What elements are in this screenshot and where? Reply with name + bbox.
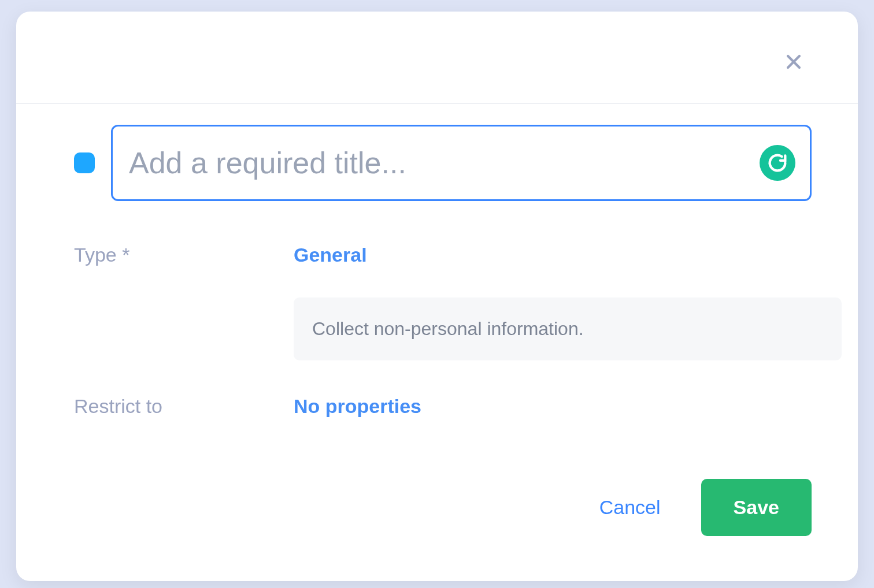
restrict-field-row: Restrict to No properties [74,393,812,418]
close-icon [784,52,803,72]
cancel-button[interactable]: Cancel [595,489,665,526]
modal-header [16,12,858,104]
save-button[interactable]: Save [701,479,812,536]
type-field-row: Type * General [74,241,812,266]
modal-dialog: Type * General Collect non-personal info… [16,12,858,581]
type-label: Type * [74,241,294,266]
restrict-value[interactable]: No properties [294,393,421,418]
restrict-label: Restrict to [74,393,294,418]
title-row [74,125,812,201]
grammarly-icon[interactable] [760,145,795,181]
title-input-wrapper [111,125,812,201]
type-value[interactable]: General [294,241,367,266]
type-description: Collect non-personal information. [294,297,842,360]
modal-footer: Cancel Save [16,479,858,581]
title-input[interactable] [111,125,812,201]
close-button[interactable] [779,47,808,76]
modal-body: Type * General Collect non-personal info… [16,104,858,479]
color-swatch[interactable] [74,152,95,173]
